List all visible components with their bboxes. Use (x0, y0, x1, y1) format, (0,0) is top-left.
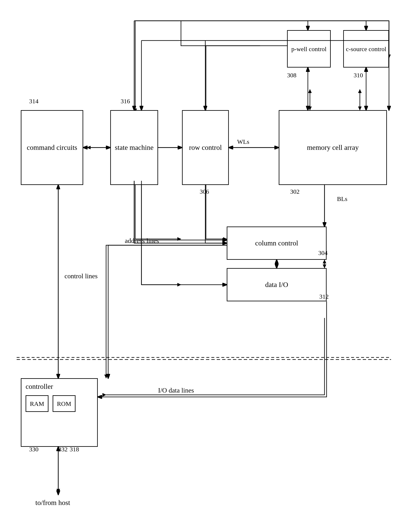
state-machine-label: state machine (115, 143, 154, 152)
data-io-label: data I/O (265, 280, 288, 289)
controller-box: controller RAM ROM (21, 378, 98, 447)
ram-box: RAM (26, 395, 48, 412)
c-source-control-ref: 310 (354, 72, 363, 79)
svg-marker-5 (178, 146, 182, 149)
svg-marker-2 (87, 146, 90, 149)
data-io-ref: 312 (319, 293, 329, 300)
svg-marker-22 (323, 223, 326, 227)
column-control-box: column control (227, 227, 327, 260)
address-lines-label: address lines (125, 237, 159, 245)
command-circuits-label: command circuits (27, 143, 77, 152)
svg-marker-10 (229, 146, 232, 149)
state-machine-ref: 316 (121, 98, 130, 105)
c-source-control-box: c-source control (343, 30, 389, 67)
row-control-label: row control (189, 143, 222, 152)
memory-cell-array-ref: 302 (290, 188, 300, 195)
p-well-control-box: p-well control (287, 30, 331, 67)
column-control-label: column control (255, 239, 298, 248)
row-control-ref: 306 (200, 188, 209, 195)
p-well-control-label: p-well control (291, 45, 326, 53)
row-control-box: row control (182, 110, 229, 185)
ram-ref: 330 (29, 446, 39, 453)
to-from-host-label: to/from host (35, 499, 70, 507)
svg-marker-24 (323, 264, 326, 268)
command-circuits-box: command circuits (21, 110, 83, 185)
p-well-control-ref: 308 (287, 72, 297, 79)
svg-marker-33 (57, 489, 60, 493)
svg-marker-16 (358, 107, 362, 110)
svg-marker-15 (358, 89, 362, 93)
controller-ref: 318 (70, 446, 79, 453)
rom-label: ROM (57, 400, 71, 408)
ram-label: RAM (30, 400, 44, 408)
bls-label: BLs (337, 195, 347, 202)
c-source-control-label: c-source control (346, 45, 386, 53)
svg-marker-27 (104, 375, 108, 378)
io-data-lines-label: I/O data lines (158, 387, 194, 394)
svg-marker-28 (102, 393, 106, 396)
controller-label: controller (26, 382, 53, 391)
command-circuits-ref: 314 (29, 98, 39, 105)
svg-marker-3 (107, 146, 110, 149)
state-machine-box: state machine (110, 110, 158, 185)
rom-ref: 332 (58, 446, 68, 453)
svg-marker-26 (223, 237, 227, 241)
svg-marker-25 (323, 260, 326, 263)
wls-label: WLs (237, 138, 249, 145)
svg-marker-13 (308, 107, 312, 110)
svg-marker-7 (177, 283, 181, 286)
control-lines-label: control lines (64, 272, 98, 280)
memory-cell-array-box: memory cell array (279, 110, 387, 185)
rom-box: ROM (53, 395, 75, 412)
svg-marker-12 (308, 89, 312, 93)
memory-cell-array-label: memory cell array (307, 143, 359, 152)
svg-marker-30 (57, 375, 60, 378)
column-control-ref: 304 (318, 249, 328, 256)
svg-marker-6 (177, 237, 181, 241)
svg-marker-9 (275, 146, 279, 149)
data-io-box: data I/O (227, 268, 327, 301)
